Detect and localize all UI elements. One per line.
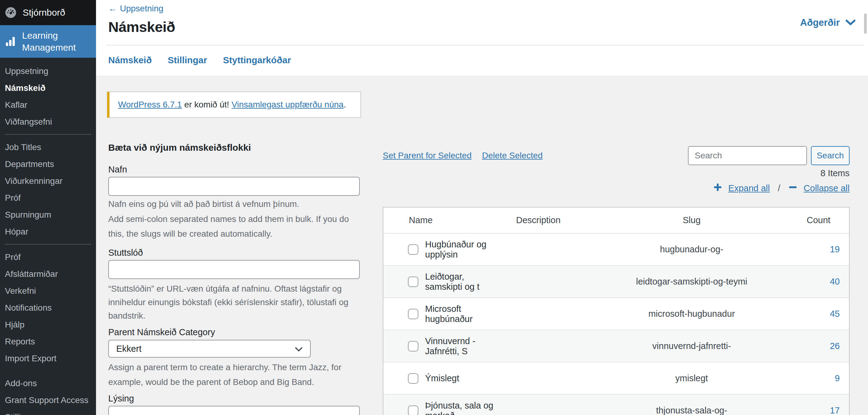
name-bulk-help-text: Add semi-colon separated names to add th… bbox=[108, 212, 360, 241]
bulk-actions: Set Parent for Selected Delete Selected bbox=[383, 151, 542, 160]
wordpress-admin-app: Stjórnborð Learning Management Uppsetnin… bbox=[0, 0, 868, 415]
sidebar-item-prof-2[interactable]: Próf bbox=[0, 249, 96, 266]
sidebar-item-prof[interactable]: Próf bbox=[0, 189, 96, 206]
category-slug: hugbunadur-og- bbox=[577, 244, 807, 255]
scrollbar-thumb[interactable] bbox=[864, 13, 867, 34]
sidebar-item-learning-management[interactable]: Learning Management bbox=[0, 25, 96, 58]
category-count-link[interactable]: 9 bbox=[807, 373, 849, 383]
category-slug: leidtogar-samskipti-og-teymi bbox=[577, 276, 807, 287]
sidebar-item-add-ons[interactable]: Add-ons bbox=[0, 375, 96, 392]
update-now-link[interactable]: Vinsamlegast uppfærðu núna bbox=[231, 100, 343, 110]
page-header: ← Uppsetning Námskeið Aðgerðir Námskeið … bbox=[96, 0, 868, 76]
chevron-down-icon bbox=[845, 17, 856, 28]
category-name[interactable]: Þjónusta, sala og markað bbox=[425, 401, 500, 415]
search-group: Search bbox=[688, 146, 849, 165]
dashboard-gauge-icon bbox=[4, 6, 17, 19]
name-help-text: Nafn eins og þú vilt að það birtist á ve… bbox=[108, 199, 360, 209]
sidebar-item-departments[interactable]: Departments bbox=[0, 156, 96, 173]
table-header-row: Name Description Slug Count bbox=[383, 208, 849, 233]
notice-period: . bbox=[343, 100, 346, 110]
plus-icon bbox=[713, 183, 722, 194]
collapse-all-link[interactable]: Collapse all bbox=[804, 183, 849, 194]
row-checkbox[interactable] bbox=[408, 276, 418, 287]
category-slug: thjonusta-sala-og- bbox=[577, 406, 807, 415]
wordpress-version-link[interactable]: WordPress 6.7.1 bbox=[118, 100, 182, 110]
parent-category-select[interactable]: Ekkert bbox=[108, 340, 311, 358]
column-header-count: Count bbox=[807, 215, 855, 225]
sidebar-item-namskeid[interactable]: Námskeið bbox=[0, 80, 96, 96]
column-header-name: Name bbox=[383, 215, 500, 225]
page-body: WordPress 6.7.1 er komið út! Vinsamlegas… bbox=[96, 76, 868, 415]
sidebar-item-verkefni[interactable]: Verkefni bbox=[0, 283, 96, 299]
table-row: Þjónusta, sala og markað thjonusta-sala-… bbox=[383, 394, 849, 415]
sidebar-item-hjalp[interactable]: Hjálp bbox=[0, 316, 96, 333]
table-row: Hugbúnaður og upplýsin hugbunadur-og- 19 bbox=[383, 233, 849, 265]
page-title: Námskeið bbox=[108, 19, 175, 35]
tab-bar: Námskeið Stillingar Styttingarkóðar bbox=[108, 55, 291, 65]
set-parent-for-selected-link[interactable]: Set Parent for Selected bbox=[383, 151, 472, 160]
expand-all-link[interactable]: Expand all bbox=[728, 183, 770, 194]
search-input[interactable] bbox=[688, 146, 807, 165]
notice-text: er komið út! bbox=[182, 100, 231, 110]
column-header-description: Description bbox=[500, 215, 577, 225]
separator-slash: / bbox=[778, 183, 780, 194]
header-divider bbox=[106, 45, 864, 46]
bar-chart-icon bbox=[4, 35, 17, 48]
sidebar-item-hopar[interactable]: Hópar bbox=[0, 223, 96, 240]
sidebar-item-uppsetning[interactable]: Uppsetning bbox=[0, 63, 96, 80]
slug-help-text: “Stuttslóðin” er URL-væn útgáfa af nafni… bbox=[108, 282, 360, 323]
sidebar-divider bbox=[5, 134, 91, 135]
delete-selected-link[interactable]: Delete Selected bbox=[482, 151, 543, 160]
category-count-link[interactable]: 45 bbox=[807, 309, 849, 319]
tab-styttingarkodar[interactable]: Styttingarkóðar bbox=[223, 55, 291, 65]
search-button[interactable]: Search bbox=[811, 146, 849, 165]
description-field-label: Lýsing bbox=[108, 393, 360, 404]
tab-namskeid[interactable]: Námskeið bbox=[108, 55, 152, 65]
slug-field[interactable] bbox=[108, 260, 360, 279]
category-count-link[interactable]: 40 bbox=[807, 276, 849, 287]
table-row: Vinnuvernd - Jafnrétti, S vinnuvernd-jaf… bbox=[383, 330, 849, 362]
sidebar-item-reports[interactable]: Reports bbox=[0, 333, 96, 350]
category-count-link[interactable]: 26 bbox=[807, 341, 849, 351]
category-name[interactable]: Hugbúnaður og upplýsin bbox=[425, 239, 500, 260]
category-slug: vinnuvernd-jafnretti- bbox=[577, 341, 807, 351]
row-checkbox[interactable] bbox=[408, 244, 418, 255]
add-category-form: Bæta við nýjum námskeiðsflokki Nafn Nafn… bbox=[108, 142, 360, 415]
sidebar-item-grant-support-access[interactable]: Grant Support Access bbox=[0, 392, 96, 409]
back-to-setup-link[interactable]: ← Uppsetning bbox=[108, 4, 163, 13]
sidebar-item-kaflar[interactable]: Kaflar bbox=[0, 96, 96, 113]
sidebar-item-import-export[interactable]: Import Export bbox=[0, 350, 96, 367]
category-count-link[interactable]: 17 bbox=[807, 406, 849, 415]
row-checkbox[interactable] bbox=[408, 341, 418, 352]
tab-stillingar[interactable]: Stillingar bbox=[168, 55, 207, 65]
category-count-link[interactable]: 19 bbox=[807, 244, 849, 255]
row-checkbox[interactable] bbox=[408, 406, 418, 415]
sidebar-spacer bbox=[0, 367, 96, 375]
back-arrow-icon: ← bbox=[108, 4, 117, 13]
row-checkbox[interactable] bbox=[408, 309, 418, 319]
list-toolbar: Set Parent for Selected Delete Selected … bbox=[383, 146, 849, 165]
wordpress-update-notice: WordPress 6.7.1 er komið út! Vinsamlegas… bbox=[107, 91, 361, 118]
category-name[interactable]: Ýmislegt bbox=[425, 373, 459, 383]
category-name[interactable]: Vinnuvernd - Jafnrétti, S bbox=[425, 336, 500, 356]
sidebar-item-stillingar[interactable]: Stillingar bbox=[0, 409, 96, 415]
sidebar-menu: Uppsetning Námskeið Kaflar Viðfangsefni … bbox=[0, 58, 96, 415]
sidebar-item-vidurkenningar[interactable]: Viðurkenningar bbox=[0, 173, 96, 189]
sidebar-item-spurningum[interactable]: Spurningum bbox=[0, 206, 96, 223]
sidebar-item-notifications[interactable]: Notifications bbox=[0, 299, 96, 316]
name-field[interactable] bbox=[108, 177, 360, 196]
sidebar-item-afslattarmidar[interactable]: Afsláttarmiðar bbox=[0, 266, 96, 283]
sidebar-dashboard-label: Stjórnborð bbox=[23, 7, 65, 18]
sidebar-item-job-titles[interactable]: Job Titles bbox=[0, 139, 96, 156]
expand-collapse-controls: Expand all / Collapse all bbox=[383, 183, 849, 194]
category-name[interactable]: Leiðtogar, samskipti og t bbox=[425, 272, 500, 292]
description-field[interactable] bbox=[108, 406, 360, 415]
sidebar-item-dashboard[interactable]: Stjórnborð bbox=[0, 0, 96, 25]
category-name[interactable]: Microsoft hugbúnaður bbox=[425, 304, 500, 324]
sidebar-item-vidfangsefni[interactable]: Viðfangsefni bbox=[0, 113, 96, 130]
name-field-label: Nafn bbox=[108, 164, 360, 175]
column-header-slug: Slug bbox=[577, 215, 807, 225]
row-checkbox[interactable] bbox=[408, 373, 418, 384]
actions-dropdown[interactable]: Aðgerðir bbox=[800, 17, 856, 28]
categories-table: Name Description Slug Count Hugbúnaður o… bbox=[383, 207, 849, 415]
